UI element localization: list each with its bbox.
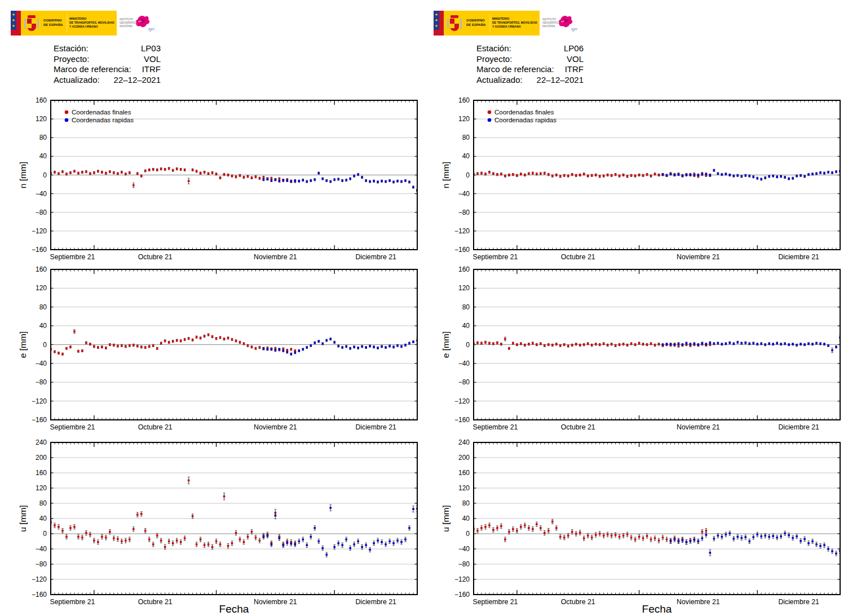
- x-tick-label: Octubre 21: [561, 423, 595, 431]
- x-tick-label: Diciembre 21: [778, 253, 819, 261]
- series-finales: [472, 337, 711, 349]
- svg-text:120: 120: [458, 484, 470, 492]
- svg-text:−40: −40: [36, 545, 47, 553]
- svg-text:120: 120: [458, 284, 470, 292]
- svg-text:−80: −80: [458, 560, 470, 568]
- svg-text:160: 160: [36, 96, 47, 104]
- x-tick-label: Noviembre 21: [677, 423, 720, 431]
- svg-text:−80: −80: [458, 378, 470, 386]
- svg-text:−80: −80: [458, 209, 470, 216]
- series-finales: [50, 167, 296, 188]
- svg-text:120: 120: [36, 484, 47, 492]
- y-axis-title: u [mm]: [18, 505, 28, 531]
- x-tick-label: Noviembre 21: [254, 598, 297, 606]
- svg-text:−160: −160: [454, 591, 470, 599]
- legend-label: Coordenadas rapidas: [494, 117, 556, 123]
- svg-text:−120: −120: [454, 397, 470, 405]
- svg-text:160: 160: [458, 96, 470, 104]
- chart-panel-lp03-e: −160−120−80−4004080120160Septiembre 21Oc…: [18, 265, 418, 431]
- series-group: [472, 519, 841, 556]
- y-axis-title: e [mm]: [18, 331, 28, 358]
- series-group: [50, 477, 418, 557]
- x-tick-label: Noviembre 21: [677, 598, 720, 606]
- series-finales: [50, 330, 296, 355]
- svg-text:200: 200: [36, 454, 47, 462]
- x-tick-label: Noviembre 21: [254, 423, 297, 431]
- chart-panel-lp06-e: −160−120−80−4004080120160Septiembre 21Oc…: [441, 265, 841, 431]
- svg-text:80: 80: [462, 499, 470, 507]
- x-tick-label: Septiembre 21: [472, 253, 518, 261]
- svg-text:40: 40: [462, 152, 470, 160]
- y-axis-title: e [mm]: [441, 331, 450, 358]
- svg-text:−160: −160: [32, 246, 47, 254]
- x-tick-label: Diciembre 21: [355, 423, 396, 431]
- x-tick-label: Octubre 21: [561, 598, 595, 606]
- svg-text:80: 80: [39, 303, 47, 311]
- x-tick-label: Septiembre 21: [472, 423, 518, 431]
- svg-text:−40: −40: [458, 360, 470, 367]
- x-tick-label: Septiembre 21: [50, 598, 95, 606]
- svg-text:0: 0: [43, 171, 47, 179]
- svg-text:−40: −40: [36, 190, 47, 198]
- y-axis-title: n [mm]: [18, 162, 28, 188]
- svg-text:40: 40: [39, 515, 47, 522]
- svg-text:240: 240: [36, 438, 47, 446]
- legend: Coordenadas finalesCoordenadas rapidas: [488, 109, 557, 123]
- svg-text:−40: −40: [458, 190, 470, 198]
- svg-text:40: 40: [462, 322, 470, 330]
- svg-text:0: 0: [466, 171, 470, 179]
- series-group: [50, 330, 418, 355]
- charts-lp06: −160−120−80−4004080120160Septiembre 21Oc…: [423, 0, 847, 616]
- svg-text:−40: −40: [458, 545, 470, 553]
- x-tick-label: Octubre 21: [138, 423, 173, 431]
- x-axis-title: Fecha: [219, 603, 249, 615]
- svg-text:−160: −160: [32, 416, 47, 424]
- svg-text:160: 160: [36, 469, 47, 477]
- series-group: [50, 167, 418, 192]
- svg-text:−80: −80: [36, 209, 47, 216]
- svg-text:0: 0: [466, 530, 470, 538]
- legend-marker-icon: [488, 118, 492, 122]
- x-tick-label: Noviembre 21: [254, 253, 297, 261]
- series-finales: [472, 519, 707, 544]
- svg-text:0: 0: [466, 341, 470, 349]
- charts-lp03: −160−120−80−4004080120160Septiembre 21Oc…: [0, 0, 424, 616]
- svg-text:240: 240: [458, 438, 470, 446]
- legend-marker-icon: [488, 110, 492, 114]
- svg-text:40: 40: [39, 152, 47, 160]
- x-tick-label: Diciembre 21: [778, 598, 819, 606]
- legend-marker-icon: [65, 118, 69, 122]
- chart-panel-lp03-u: −160−120−80−4004080120160200240Septiembr…: [18, 438, 418, 615]
- svg-text:−160: −160: [454, 416, 470, 424]
- x-tick-label: Diciembre 21: [355, 598, 396, 606]
- svg-text:−120: −120: [454, 227, 470, 235]
- svg-text:160: 160: [36, 265, 47, 273]
- x-tick-label: Noviembre 21: [677, 253, 720, 261]
- svg-text:80: 80: [39, 134, 47, 141]
- series-rapidas: [670, 531, 841, 556]
- svg-text:120: 120: [458, 115, 470, 123]
- svg-text:200: 200: [458, 454, 470, 462]
- series-rapidas: [263, 338, 418, 355]
- station-column-lp03: ★ ★ ★ GOBIERNO DE ESPAÑA MINISTERIO: [0, 0, 424, 616]
- chart-panel-lp06-u: −160−120−80−4004080120160200240Septiembr…: [441, 438, 841, 615]
- legend-label: Coordenadas rapidas: [72, 117, 134, 123]
- svg-text:−80: −80: [36, 378, 47, 386]
- svg-text:−80: −80: [36, 560, 47, 568]
- x-tick-label: Septiembre 21: [50, 423, 95, 431]
- svg-text:−120: −120: [32, 227, 47, 235]
- x-tick-label: Septiembre 21: [472, 598, 518, 606]
- svg-text:−120: −120: [454, 575, 470, 583]
- svg-text:−160: −160: [454, 246, 470, 254]
- x-tick-label: Diciembre 21: [778, 423, 819, 431]
- svg-text:0: 0: [43, 341, 47, 349]
- svg-text:−120: −120: [32, 397, 47, 405]
- svg-text:−120: −120: [32, 575, 47, 583]
- legend-marker-icon: [65, 110, 69, 114]
- x-tick-label: Octubre 21: [138, 598, 173, 606]
- legend-label: Coordenadas finales: [72, 109, 131, 116]
- legend-label: Coordenadas finales: [494, 109, 554, 116]
- x-tick-label: Octubre 21: [138, 253, 173, 261]
- svg-text:0: 0: [43, 530, 47, 538]
- chart-panel-lp06-n: −160−120−80−4004080120160Septiembre 21Oc…: [441, 96, 841, 261]
